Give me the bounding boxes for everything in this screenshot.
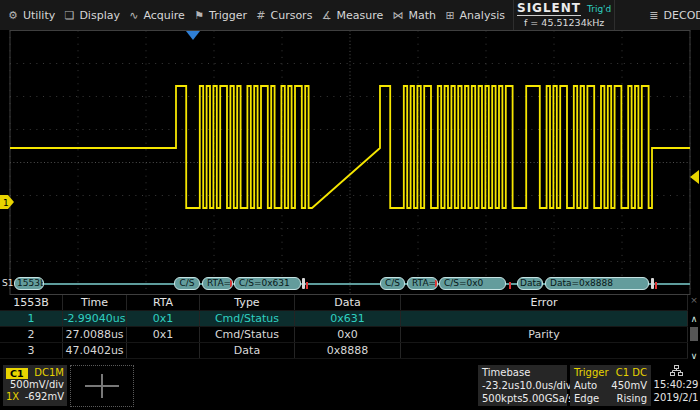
menu-item-utility[interactable]: ⚙Utility <box>8 9 55 22</box>
menu-item-trigger[interactable]: ⚑Trigger <box>194 9 247 22</box>
trigger-panel[interactable]: Trigger C1 DC Auto 450mV Edge Rising <box>570 365 651 406</box>
error-marker <box>655 282 657 289</box>
chevron-down-icon[interactable]: ∨ <box>688 351 700 361</box>
table-header: 1553BTimeRTATypeDataError <box>0 295 688 311</box>
trigger-status: Trig'd <box>587 4 611 14</box>
table-row[interactable]: 1-2.99040us0x1Cmd/Status0x631 <box>0 311 688 327</box>
gear-icon: ⚙ <box>8 10 18 21</box>
menu-item-label: Measure <box>337 9 384 22</box>
decode-bus-name-badge: 1553B <box>14 277 44 290</box>
menu-item-label: Utility <box>23 9 55 22</box>
ruler-icon: ∡ <box>322 10 332 21</box>
table-row[interactable]: 227.0088us0x1Cmd/Status0x0Parity <box>0 327 688 343</box>
scrollbar-thumb[interactable] <box>690 327 698 341</box>
menu-item-label: Trigger <box>209 9 247 22</box>
decode-field-badge: C/S <box>174 277 200 290</box>
crosshair-icon: # <box>256 10 265 21</box>
scope-display[interactable]: 1 S11553BC/SRTA=0xC/S=0x631C/SRTA=0xC/S=… <box>0 30 700 295</box>
decode-field-badge: C/S=0x0 <box>439 277 506 290</box>
table-cell <box>401 343 688 358</box>
menu-item-cursors[interactable]: #Cursors <box>256 9 312 22</box>
menu-item-display[interactable]: ❏Display <box>65 9 120 22</box>
decode-field-badge: C/S <box>380 277 405 290</box>
table-cell: Cmd/Status <box>200 327 295 342</box>
channel1-scale: 500mV/div <box>10 379 64 391</box>
table-cell: Cmd/Status <box>200 311 295 326</box>
decode-table: 1553BTimeRTATypeDataError 1-2.99040us0x1… <box>0 295 700 362</box>
timebase-panel[interactable]: Timebase -23.2us 10.0us/div 500kpts 5.00… <box>478 365 567 406</box>
truncation-marker <box>230 280 232 287</box>
menu-item-label: Analysis <box>460 9 505 22</box>
trigger-source: C1 DC <box>616 366 647 379</box>
table-cell: Data <box>200 343 295 358</box>
chevron-up-icon[interactable]: ∧ <box>688 314 700 324</box>
channel1-offset-label: 1 <box>3 198 9 208</box>
menu-item-label: DECODE <box>664 9 700 22</box>
trigger-type: Edge <box>574 392 599 405</box>
menu-item-label: Math <box>409 9 437 22</box>
sample-rate: 5.00GSa/s <box>522 392 573 405</box>
table-row[interactable]: 347.0402usData0x8888 <box>0 343 688 359</box>
trigger-slope: Rising <box>617 392 647 405</box>
table-cell: -2.99040us <box>63 311 127 326</box>
menu-bar: ⚙Utility❏Display∿Acquire⚑Trigger#Cursors… <box>0 0 700 30</box>
table-cell: Parity <box>401 327 688 342</box>
clock-time: 15:40:29 <box>654 378 699 391</box>
menu-item-measure[interactable]: ∡Measure <box>322 9 384 22</box>
close-icon[interactable]: × <box>688 295 700 305</box>
plus-icon <box>101 374 103 398</box>
column-header: Data <box>295 295 401 310</box>
decode-field-badge: Data <box>517 277 543 290</box>
trigger-frequency: f = 45.51234kHz <box>517 17 611 28</box>
decode-field-badge: C/S=0x631 <box>234 277 301 290</box>
column-header: 1553B <box>0 295 63 310</box>
trigger-level-marker <box>690 170 699 184</box>
monitor-icon: ❏ <box>65 10 75 21</box>
decode-source-label: S1 <box>2 278 13 288</box>
table-cell: 27.0088us <box>63 327 127 342</box>
channel1-offset: -692mV <box>25 391 64 403</box>
decode-field-badge: RTA=0x <box>407 277 438 290</box>
error-marker <box>306 282 308 289</box>
menu-item-analysis[interactable]: ⊞Analysis <box>445 9 505 22</box>
column-header: RTA <box>127 295 200 310</box>
error-marker <box>509 282 511 289</box>
wave-icon: ∿ <box>129 10 138 21</box>
menu-item-math[interactable]: ⋈Math <box>393 9 437 22</box>
column-header: Time <box>63 295 127 310</box>
channel1-panel[interactable]: C1 DC1M 500mV/div 1X -692mV <box>3 365 67 406</box>
timebase-points: 500kpts <box>482 392 522 405</box>
column-header: Error <box>401 295 688 310</box>
brand-block: SIGLENT Trig'd f = 45.51234kHz <box>513 0 615 30</box>
menu-item-decode[interactable]: ≣ DECODE <box>649 0 700 30</box>
channel1-probe: 1X <box>6 391 19 403</box>
network-icon <box>670 365 683 377</box>
math-icon: ⋈ <box>393 10 404 21</box>
table-cell <box>127 343 200 358</box>
table-cell <box>401 311 688 326</box>
truncation-marker <box>435 280 437 287</box>
status-bar: C1 DC1M 500mV/div 1X -692mV Timebase -23… <box>0 362 700 410</box>
menu-item-label: Cursors <box>270 9 312 22</box>
menu-item-acquire[interactable]: ∿Acquire <box>129 9 185 22</box>
decode-bus-row: S11553BC/SRTA=0xC/S=0x631C/SRTA=0xC/S=0x… <box>0 276 700 292</box>
column-header: Type <box>200 295 295 310</box>
table-cell: 0x0 <box>295 327 401 342</box>
table-cell: 0x1 <box>127 311 200 326</box>
menu-items: ⚙Utility❏Display∿Acquire⚑Trigger#Cursors… <box>0 0 513 30</box>
table-scrollbar[interactable]: × ∧ ∨ <box>688 295 700 362</box>
siglent-logo: SIGLENT <box>517 2 581 16</box>
channel1-coupling: DC1M <box>34 367 64 379</box>
timebase-scale: 10.0us/div <box>519 379 571 392</box>
table-cell: 3 <box>0 343 63 358</box>
clock-panel: 15:40:29 2019/2/1 <box>654 365 698 406</box>
timebase-title: Timebase <box>482 366 530 379</box>
chart-icon: ⊞ <box>445 10 454 21</box>
table-cell: 0x8888 <box>295 343 401 358</box>
trigger-level: 450mV <box>611 379 647 392</box>
table-cell: 0x631 <box>295 311 401 326</box>
list-icon: ≣ <box>649 10 658 21</box>
flag-icon: ⚑ <box>194 10 204 21</box>
word-end-marker <box>651 278 654 289</box>
decode-field-badge: RTA=0x <box>202 277 233 290</box>
